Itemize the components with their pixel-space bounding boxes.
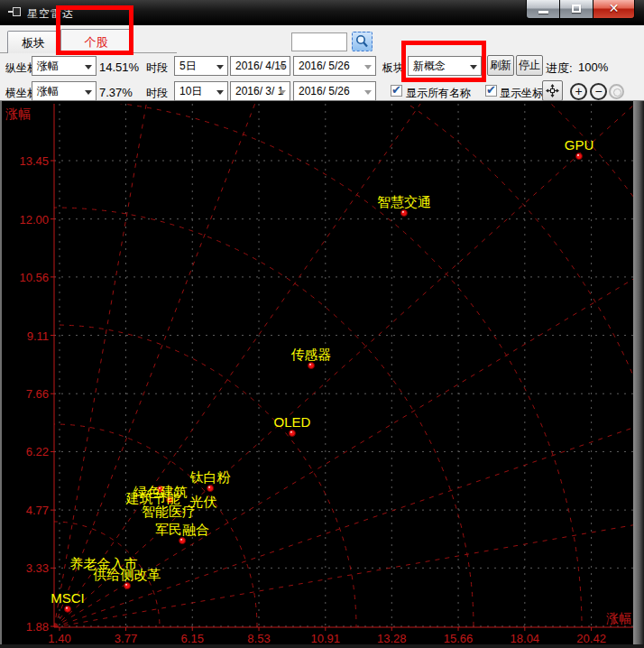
data-point-dot[interactable]	[289, 430, 295, 436]
data-point-glint	[208, 486, 210, 488]
x-tick-label: 1.40	[48, 632, 70, 645]
date-from-2-value: 2016/ 3/ 1	[235, 85, 283, 97]
search-button[interactable]	[352, 32, 373, 51]
period-value-1: 5日	[179, 60, 197, 72]
data-point-dot[interactable]	[179, 538, 186, 544]
x-tick-label: 18.04	[511, 632, 540, 645]
stop-button[interactable]: 停止	[516, 55, 543, 76]
data-point-label: 智能医疗	[142, 504, 196, 519]
search-input[interactable]	[291, 32, 347, 51]
circle-icon	[613, 88, 621, 97]
radar-ray	[54, 116, 644, 627]
data-point-dot[interactable]	[308, 363, 315, 369]
y-tick-label: 9.11	[27, 329, 49, 343]
x-tick-label: 15.66	[444, 632, 474, 645]
caption-buttons: ✕	[526, 0, 635, 19]
chart-canvas: 1.403.776.158.5310.9113.2815.6618.0420.4…	[0, 101, 644, 648]
date-from-2[interactable]: 2016/ 3/ 1	[230, 81, 290, 101]
progress-value: 100%	[578, 60, 608, 74]
data-point-glint	[66, 607, 68, 609]
data-point-glint	[309, 364, 311, 366]
check-icon: ✔	[486, 83, 496, 97]
sector-combo[interactable]: 新概念	[408, 56, 482, 76]
radar-ray	[54, 101, 623, 627]
data-point-label: 供给侧改革	[93, 567, 161, 582]
show-coords-label: 显示坐标	[500, 86, 543, 101]
search-icon	[353, 32, 372, 51]
sector-label: 板块	[382, 60, 404, 76]
refresh-button[interactable]: 刷新	[487, 55, 514, 76]
tab-sector[interactable]: 板块	[7, 31, 60, 53]
period-combo-2[interactable]: 10日	[174, 81, 228, 101]
y-tick-label: 12.00	[19, 213, 49, 227]
data-point-label: 传感器	[291, 347, 332, 362]
date-to-1-value: 2016/ 5/26	[299, 60, 350, 72]
x-tick-label: 3.77	[115, 632, 137, 645]
data-point-dot[interactable]	[207, 486, 214, 492]
title-bar: 星空雷达 ✕	[0, 0, 644, 25]
chevron-down-icon	[279, 90, 286, 95]
check-icon: ✔	[391, 83, 401, 97]
x-tick-label: 8.53	[247, 632, 270, 645]
y-tick-label: 13.45	[19, 154, 49, 168]
minimize-icon	[538, 11, 548, 14]
radar-arc	[0, 522, 160, 648]
y-tick-label: 4.77	[26, 504, 49, 517]
horizontal-axis-combo[interactable]: 涨幅	[32, 81, 97, 101]
zoom-reset-button[interactable]	[609, 84, 624, 99]
radar-ray	[54, 101, 409, 627]
minimize-button[interactable]	[526, 0, 560, 19]
vertical-axis-value: 涨幅	[37, 60, 59, 72]
chevron-down-icon	[279, 65, 286, 69]
x-tick-label: 10.91	[311, 632, 341, 645]
data-point-dot[interactable]	[400, 209, 407, 216]
window-title: 星空雷达	[27, 6, 74, 22]
period-combo-1[interactable]: 5日	[174, 56, 228, 76]
show-all-names-checkbox[interactable]: ✔	[391, 85, 402, 97]
data-point-dot[interactable]	[64, 606, 70, 612]
x-tick-label: 13.28	[377, 632, 407, 645]
vertical-axis-combo[interactable]: 涨幅	[32, 56, 97, 76]
horizontal-axis-percent: 7.37%	[99, 86, 133, 99]
date-to-2-value: 2016/ 5/26	[299, 85, 350, 97]
window-frame-right	[633, 101, 644, 648]
show-coords-checkbox[interactable]: ✔	[485, 85, 497, 97]
tab-stock[interactable]: 个股	[60, 29, 132, 53]
period-label-2: 时段	[146, 86, 168, 101]
zoom-out-button[interactable]: −	[590, 83, 607, 100]
date-to-1[interactable]: 2016/ 5/26	[293, 56, 376, 76]
data-point-glint	[402, 211, 404, 213]
x-tick-label: 20.42	[576, 632, 606, 645]
date-from-1[interactable]: 2016/ 4/15	[230, 56, 290, 76]
zoom-in-button[interactable]: +	[570, 83, 587, 100]
period-value-2: 10日	[179, 85, 202, 97]
restore-button[interactable]	[560, 0, 593, 19]
radar-ray	[54, 101, 226, 627]
radar-arc	[0, 208, 474, 648]
data-point-dot[interactable]	[124, 582, 131, 588]
vertical-axis-percent: 14.51%	[99, 60, 139, 74]
y-tick-label: 3.33	[26, 561, 49, 575]
period-label-1: 时段	[146, 60, 168, 76]
close-button[interactable]: ✕	[593, 0, 635, 19]
data-point-label: 军民融合	[155, 522, 209, 537]
data-point-label: 钛白粉	[190, 469, 231, 485]
app-window: 星空雷达 ✕ 板块 个股 纵坐标 涨幅 14.51% 时段 5日 2016/	[0, 0, 644, 648]
restore-icon	[572, 5, 581, 13]
chevron-down-icon	[364, 90, 372, 95]
chevron-down-icon	[470, 65, 477, 69]
date-to-2[interactable]: 2016/ 5/26	[293, 81, 376, 101]
show-all-names-label: 显示所有名称	[406, 86, 471, 101]
progress-label: 进度:	[546, 60, 573, 77]
window-frame-left	[0, 101, 2, 648]
radar-ray	[54, 455, 644, 627]
pan-button[interactable]	[542, 80, 563, 101]
y-tick-label: 1.88	[26, 620, 49, 634]
data-point-label: MSCI	[51, 590, 85, 606]
data-point-label: 智慧交通	[377, 194, 431, 209]
data-point-glint	[125, 584, 127, 586]
chevron-down-icon	[216, 65, 224, 69]
radar-ray	[54, 101, 644, 627]
chevron-down-icon	[216, 90, 224, 95]
data-point-dot[interactable]	[575, 153, 582, 160]
